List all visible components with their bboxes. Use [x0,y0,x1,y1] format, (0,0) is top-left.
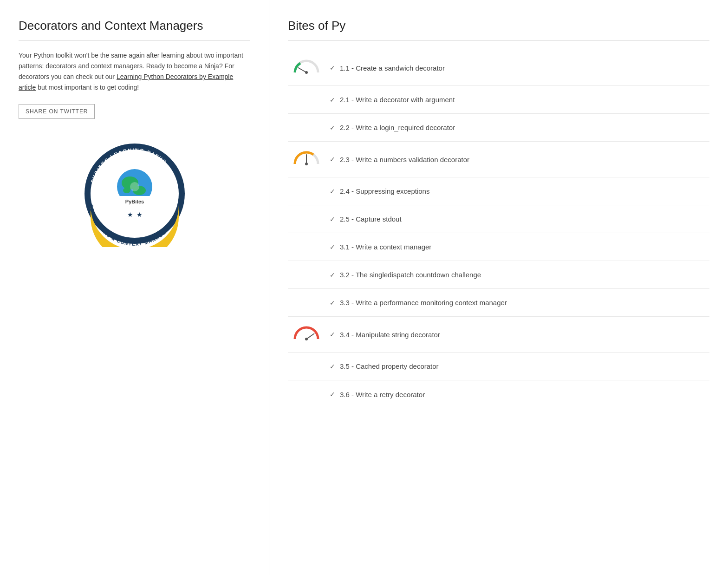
check-icon: ✓ [330,363,335,370]
gauge-cell [288,325,325,344]
check-icon: ✓ [330,391,335,398]
bites-list: ✓1.1 - Create a sandwich decorator✓2.1 -… [288,50,709,408]
bite-content: ✓2.5 - Capture stdout [325,215,709,223]
twitter-share-button[interactable]: SHARE ON TWITTER [19,104,95,119]
bite-label: 3.6 - Write a retry decorator [340,391,425,399]
description-text: Your Python toolkit won't be the same ag… [19,50,250,93]
list-item[interactable]: ✓3.5 - Cached property decorator [288,353,709,380]
list-item[interactable]: ✓2.3 - Write a numbers validation decora… [288,142,709,177]
list-item[interactable]: ✓2.1 - Write a decorator with argument [288,86,709,114]
list-item[interactable]: ✓1.1 - Create a sandwich decorator [288,50,709,86]
svg-point-17 [305,163,308,165]
article-link[interactable]: Learning Python Decorators by Example ar… [19,73,233,91]
svg-text:★: ★ [127,211,133,218]
left-panel: Decorators and Context Managers Your Pyt… [0,0,269,575]
gauge-icon [292,150,320,169]
bite-content: ✓3.6 - Write a retry decorator [325,391,709,399]
gauge-icon [292,325,320,344]
check-icon: ✓ [330,299,335,307]
bite-label: 2.2 - Write a login_required decorator [340,124,455,131]
bite-label: 2.5 - Capture stdout [340,215,402,223]
bite-content: ✓1.1 - Create a sandwich decorator [325,64,709,72]
svg-line-18 [306,334,314,340]
bite-content: ✓2.2 - Write a login_required decorator [325,124,709,131]
check-icon: ✓ [330,188,335,195]
badge-container: PyBites ★ ★ PYBITES LEARNING PATHS DECOR… [19,140,250,247]
bite-content: ✓2.3 - Write a numbers validation decora… [325,156,709,163]
bite-content: ✓2.1 - Write a decorator with argument [325,96,709,104]
bite-label: 3.4 - Manipulate string decorator [340,331,440,339]
list-item[interactable]: ✓3.4 - Manipulate string decorator [288,317,709,353]
bite-label: 2.3 - Write a numbers validation decorat… [340,156,469,163]
bite-label: 2.4 - Suppressing exceptions [340,187,429,195]
gauge-cell [288,59,325,77]
check-icon: ✓ [330,331,335,338]
svg-point-6 [123,188,130,193]
bite-content: ✓3.4 - Manipulate string decorator [325,331,709,339]
pybites-badge: PyBites ★ ★ PYBITES LEARNING PATHS DECOR… [81,140,188,247]
bite-content: ✓2.4 - Suppressing exceptions [325,187,709,195]
check-icon: ✓ [330,64,335,72]
right-panel-title: Bites of Py [288,19,709,41]
bite-label: 3.2 - The singledispatch countdown chall… [340,271,481,279]
list-item[interactable]: ✓2.5 - Capture stdout [288,205,709,233]
check-icon: ✓ [330,243,335,251]
svg-text:PyBites: PyBites [125,199,143,204]
bite-content: ✓3.1 - Write a context manager [325,243,709,251]
bite-content: ✓3.5 - Cached property decorator [325,362,709,370]
page-wrapper: Decorators and Context Managers Your Pyt… [0,0,728,575]
bite-label: 3.3 - Write a performance monitoring con… [340,299,507,307]
check-icon: ✓ [330,156,335,163]
check-icon: ✓ [330,271,335,279]
check-icon: ✓ [330,124,335,131]
check-icon: ✓ [330,216,335,223]
gauge-icon [292,59,320,77]
bite-content: ✓3.3 - Write a performance monitoring co… [325,299,709,307]
svg-point-19 [305,338,308,340]
svg-point-15 [305,71,308,74]
list-item[interactable]: ✓3.1 - Write a context manager [288,233,709,261]
svg-text:★: ★ [136,211,142,218]
list-item[interactable]: ✓2.2 - Write a login_required decorator [288,114,709,142]
bite-label: 3.1 - Write a context manager [340,243,431,251]
list-item[interactable]: ✓2.4 - Suppressing exceptions [288,177,709,205]
bite-label: 1.1 - Create a sandwich decorator [340,64,445,72]
bite-content: ✓3.2 - The singledispatch countdown chal… [325,271,709,279]
right-panel: Bites of Py ✓1.1 - Create a sandwich dec… [269,0,728,575]
bite-label: 3.5 - Cached property decorator [340,362,439,370]
gauge-cell [288,150,325,169]
list-item[interactable]: ✓3.2 - The singledispatch countdown chal… [288,261,709,289]
svg-point-7 [130,182,139,191]
check-icon: ✓ [330,96,335,104]
list-item[interactable]: ✓3.6 - Write a retry decorator [288,380,709,408]
list-item[interactable]: ✓3.3 - Write a performance monitoring co… [288,289,709,317]
bite-label: 2.1 - Write a decorator with argument [340,96,455,104]
page-title: Decorators and Context Managers [19,19,250,41]
